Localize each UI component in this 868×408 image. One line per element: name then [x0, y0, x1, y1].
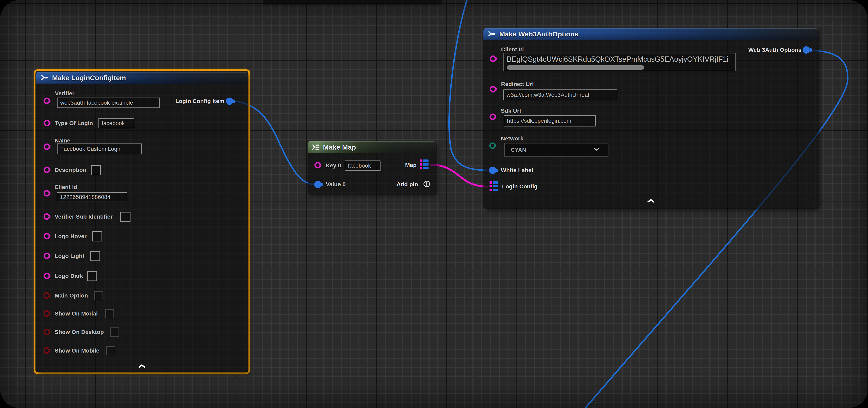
pin-network[interactable] — [489, 142, 496, 149]
blueprint-graph-canvas[interactable]: Make LoginConfigItem Login Config Item V… — [0, 0, 868, 408]
pin-verifier-sub-identifier[interactable] — [43, 213, 50, 220]
show-on-modal-checkbox[interactable] — [105, 309, 114, 318]
pin-show-on-mobile-label: Show On Mobile — [55, 347, 99, 354]
node-make-web3authoptions[interactable]: Make Web3AuthOptions Web 3Auth Options C… — [484, 28, 818, 208]
node-title: Make LoginConfigItem — [52, 74, 126, 82]
pin-logo-dark-label: Logo Dark — [55, 273, 83, 279]
pin-white-label[interactable] — [489, 167, 496, 174]
logo-hover-value-box[interactable] — [92, 231, 102, 241]
node-header[interactable]: Make Web3AuthOptions — [484, 28, 818, 40]
type-of-login-value-box[interactable]: facebook — [98, 118, 134, 128]
pin-name[interactable] — [43, 143, 50, 150]
pin-white-label-label: White Label — [501, 167, 533, 174]
pin-map-label: Map — [405, 162, 416, 168]
verifier-sub-identifier-value-box[interactable] — [120, 212, 130, 222]
pin-value0-label: Value 0 — [326, 181, 346, 188]
wire-top-to-whitelabel — [449, 0, 488, 170]
pin-name-label: Name — [55, 137, 70, 144]
pin-show-on-modal-label: Show On Modal — [55, 310, 98, 317]
pin-show-on-modal[interactable] — [43, 310, 50, 317]
node-header[interactable]: Make Map — [308, 141, 436, 153]
pin-logo-dark[interactable] — [43, 273, 50, 279]
pin-main-option-label: Main Option — [55, 293, 88, 299]
main-option-checkbox[interactable] — [94, 291, 103, 300]
pin-sdk-url[interactable] — [490, 113, 496, 120]
pin-type-of-login-label: Type Of Login — [55, 120, 93, 127]
offscreen-node-bottom[interactable] — [264, 0, 441, 3]
logo-dark-value-box[interactable] — [87, 271, 97, 281]
network-dropdown[interactable]: CYAN — [504, 143, 609, 157]
pin-type-of-login[interactable] — [43, 120, 50, 126]
node-title: Make Web3AuthOptions — [499, 30, 578, 38]
pin-logo-light-label: Logo Light — [55, 253, 85, 259]
make-struct-icon — [488, 30, 496, 38]
logo-light-value-box[interactable] — [90, 251, 100, 261]
pin-verifier-label: Verifier — [55, 90, 74, 97]
pin-description[interactable] — [43, 167, 50, 173]
key0-value-box[interactable]: facebook — [345, 161, 380, 171]
pin-redirect-url-label: Redirect Url — [501, 81, 534, 88]
client-id-value-box[interactable]: 1222658941886084 — [57, 192, 127, 202]
make-struct-icon — [41, 74, 49, 81]
pin-client-id-label: Client Id — [55, 184, 77, 191]
pin-description-label: Description — [55, 167, 86, 173]
verifier-value-box[interactable]: web3auth-facebook-example — [57, 98, 160, 108]
pin-sdk-url-label: Sdk Url — [501, 108, 521, 114]
pin-main-option[interactable] — [43, 292, 50, 299]
pin-key0-label: Key 0 — [326, 162, 341, 169]
output-pin-login-config-item[interactable] — [226, 98, 233, 105]
pin-logo-hover-label: Logo Hover — [55, 233, 87, 240]
collapse-chevron-icon[interactable] — [647, 199, 654, 204]
pin-redirect-url[interactable] — [490, 86, 496, 93]
pin-logo-hover[interactable] — [43, 233, 50, 239]
pin-verifier[interactable] — [43, 98, 50, 104]
client-id-scrollbar[interactable] — [507, 65, 644, 70]
pin-show-on-mobile[interactable] — [43, 347, 50, 354]
make-map-icon — [312, 144, 320, 150]
pin-login-config[interactable] — [490, 181, 498, 191]
dropdown-chevron-icon[interactable] — [594, 147, 600, 152]
node-make-loginconfigitem[interactable]: Make LoginConfigItem Login Config Item V… — [36, 72, 248, 372]
pin-client-id[interactable] — [490, 56, 496, 62]
pin-logo-light[interactable] — [43, 252, 50, 259]
output-pin-label: Login Config Item — [176, 98, 224, 104]
node-header[interactable]: Make LoginConfigItem — [36, 72, 248, 83]
pin-client-id[interactable] — [43, 190, 50, 197]
output-pin-web3auth-options[interactable] — [803, 46, 810, 54]
sdk-url-value-box[interactable]: https://sdk.openlogin.com — [504, 115, 596, 127]
add-pin-label: Add pin — [397, 181, 418, 188]
pin-key0[interactable] — [314, 162, 321, 168]
add-pin-icon[interactable] — [423, 180, 431, 189]
wire-map-to-loginconfig — [430, 165, 488, 186]
pin-show-on-desktop[interactable] — [43, 329, 50, 335]
redirect-url-value-box[interactable]: w3a://com.w3a.Web3AuthUnreal — [503, 90, 617, 100]
show-on-mobile-checkbox[interactable] — [106, 346, 115, 355]
pin-show-on-desktop-label: Show On Desktop — [55, 329, 104, 335]
pin-map-output[interactable] — [420, 160, 429, 169]
pin-network-label: Network — [501, 135, 524, 142]
node-title: Make Map — [323, 143, 356, 151]
pin-login-config-label: Login Config — [502, 183, 537, 190]
pin-client-id-label: Client Id — [501, 46, 524, 53]
description-value-box[interactable] — [91, 165, 101, 175]
node-make-map[interactable]: Make Map Key 0 facebook Map Value 0 Add … — [308, 141, 436, 194]
pin-verifier-sub-identifier-label: Verifier Sub Identifier — [55, 213, 113, 220]
collapse-chevron-icon[interactable] — [138, 364, 146, 369]
name-value-box[interactable]: Facebook Custom Login — [57, 143, 142, 154]
output-pin-label: Web 3Auth Options — [748, 47, 802, 53]
show-on-desktop-checkbox[interactable] — [110, 328, 119, 337]
pin-value0[interactable] — [314, 181, 321, 188]
